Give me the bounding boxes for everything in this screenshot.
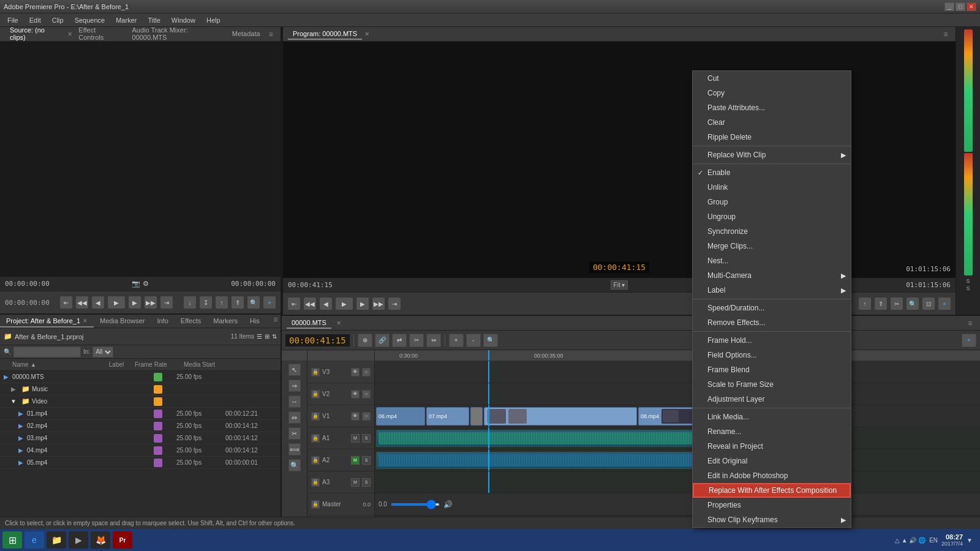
track-lock-a2[interactable]: 🔒: [311, 456, 320, 465]
source-zoom[interactable]: 🔍: [247, 296, 260, 309]
search-in-select[interactable]: All: [92, 347, 113, 358]
minimize-button[interactable]: _: [944, 2, 954, 11]
track-lock-v2[interactable]: 🔒: [311, 390, 320, 399]
ctx-multi-camera[interactable]: Multi-Camera ▶: [693, 268, 851, 283]
explorer-taskbar[interactable]: 📁: [47, 531, 66, 549]
clip-08mp4[interactable]: 08.mp4: [638, 407, 699, 425]
ctx-synchronize[interactable]: Synchronize: [693, 224, 851, 239]
track-lock-master[interactable]: 🔒: [311, 500, 320, 509]
tab-source[interactable]: Source: (no clips): [5, 25, 65, 43]
source-add-plus[interactable]: +: [263, 296, 276, 309]
tab-timeline[interactable]: 00000.MTS: [287, 318, 331, 329]
tab-effect-controls[interactable]: Effect Controls: [74, 25, 126, 43]
list-item[interactable]: ▼ 📁 Video: [0, 395, 281, 408]
list-item[interactable]: ▶ 05.mp4 25.00 fps 00:00:00:01: [0, 457, 281, 469]
tab-project-close[interactable]: ✕: [83, 318, 88, 324]
ctx-rename[interactable]: Rename...: [693, 424, 851, 439]
list-item[interactable]: ▶ 04.mp4 25.00 fps 00:00:14:12: [0, 444, 281, 457]
project-search-input[interactable]: [13, 347, 81, 358]
menu-marker[interactable]: Marker: [111, 15, 141, 25]
prog-trim-monitor[interactable]: ✂: [891, 298, 903, 310]
tl-link[interactable]: 🔗: [375, 334, 390, 347]
ctx-cut[interactable]: Cut: [693, 71, 851, 86]
clip-07mp4[interactable]: 07.mp4: [426, 407, 469, 425]
source-mark-in[interactable]: ⇤: [60, 296, 72, 309]
track-lock-v1[interactable]: 🔒: [311, 412, 320, 421]
track-sync-v3[interactable]: ○: [362, 368, 371, 377]
prog-mark-out[interactable]: ⇥: [388, 298, 401, 310]
firefox-taskbar[interactable]: 🦊: [91, 531, 110, 549]
start-button[interactable]: ⊞: [2, 531, 22, 549]
menu-edit[interactable]: Edit: [24, 15, 46, 25]
source-mark-out[interactable]: ⇥: [160, 296, 173, 309]
prog-play-next[interactable]: ▶▶: [372, 298, 385, 310]
source-play-next[interactable]: ▶▶: [145, 296, 157, 309]
audio-clip-a2[interactable]: [376, 452, 699, 469]
ctx-speed-duration[interactable]: Speed/Duration...: [693, 301, 851, 315]
track-eye-v2[interactable]: 👁: [351, 390, 360, 399]
prog-play-prev[interactable]: ◀◀: [304, 298, 316, 310]
tl-zoom-icon[interactable]: 🔍: [483, 334, 498, 347]
ie-taskbar[interactable]: e: [24, 531, 44, 549]
prog-zoom[interactable]: 🔍: [907, 298, 919, 310]
menu-sequence[interactable]: Sequence: [70, 15, 110, 25]
ctx-reveal-project[interactable]: Reveal in Project: [693, 439, 851, 454]
tl-slip[interactable]: ⇔: [426, 334, 441, 347]
source-step-back[interactable]: ◀: [92, 296, 104, 309]
track-sync-v2[interactable]: ○: [362, 390, 371, 399]
source-overwrite[interactable]: ↧: [200, 296, 212, 309]
track-m-a3[interactable]: M: [351, 478, 360, 487]
tray-hide[interactable]: ▼: [967, 537, 973, 544]
source-play-prev[interactable]: ◀◀: [76, 296, 88, 309]
list-item[interactable]: ▶ 02.mp4 25.00 fps 00:00:14:12: [0, 420, 281, 432]
source-lift[interactable]: ↑: [216, 296, 228, 309]
tab-project[interactable]: Project: After & Before_1 ✕: [0, 315, 94, 328]
timeline-timecode[interactable]: 00:00:41:15: [285, 334, 350, 347]
list-item[interactable]: ▶ 01.mp4 25.00 fps 00:00:12:21: [0, 408, 281, 420]
tc-fit-label[interactable]: Fit ▾: [611, 280, 628, 290]
tab-timeline-close[interactable]: ✕: [336, 320, 341, 326]
prog-lift[interactable]: ↑: [859, 298, 871, 310]
prog-extract[interactable]: ⇑: [875, 298, 887, 310]
ctx-remove-effects[interactable]: Remove Effects...: [693, 315, 851, 330]
tab-metadata[interactable]: Metadata: [227, 29, 265, 40]
tl-zoom-in[interactable]: +: [449, 334, 464, 347]
ctx-show-keyframes[interactable]: Show Clip Keyframes ▶: [693, 512, 851, 527]
track-lock-v3[interactable]: 🔒: [311, 368, 320, 377]
tl-snap[interactable]: ⊕: [358, 334, 372, 347]
ctx-replace-ae[interactable]: Replace With After Effects Composition: [693, 483, 851, 498]
tl-zoom-out[interactable]: -: [466, 334, 481, 347]
clip-small[interactable]: [470, 407, 483, 425]
ctx-ripple-delete[interactable]: Ripple Delete: [693, 130, 851, 144]
list-item[interactable]: ▶ 📁 Music: [0, 383, 281, 395]
premiere-taskbar[interactable]: Pr: [113, 531, 132, 549]
timeline-playhead[interactable]: [488, 350, 489, 361]
ctx-adjustment-layer[interactable]: Adjustment Layer: [693, 392, 851, 407]
maximize-button[interactable]: □: [956, 2, 965, 11]
list-item[interactable]: ▶ 03.mp4 25.00 fps 00:00:14:12: [0, 432, 281, 444]
prog-step-back[interactable]: ◀: [320, 298, 332, 310]
ctx-clear[interactable]: Clear: [693, 115, 851, 130]
ctx-edit-photoshop[interactable]: Edit in Adobe Photoshop: [693, 468, 851, 483]
ctx-frame-blend[interactable]: Frame Blend: [693, 362, 851, 377]
ctx-merge-clips[interactable]: Merge Clips...: [693, 239, 851, 253]
source-insert[interactable]: ↓: [184, 296, 196, 309]
tab-info[interactable]: Info: [151, 315, 174, 328]
selection-tool[interactable]: ↖: [288, 364, 301, 376]
prog-mark-in[interactable]: ⇤: [288, 298, 300, 310]
sort-icon[interactable]: ⇅: [272, 333, 277, 340]
view-grid-icon[interactable]: ⊞: [265, 333, 270, 340]
close-button[interactable]: ✕: [967, 2, 976, 11]
ctx-unlink[interactable]: Unlink: [693, 180, 851, 195]
tl-add-track[interactable]: +: [962, 334, 976, 347]
tab-source-close[interactable]: ✕: [67, 31, 72, 37]
razor-tool[interactable]: ✂: [288, 427, 301, 440]
tab-audio-mixer[interactable]: Audio Track Mixer: 00000.MTS: [127, 25, 226, 43]
track-s-a2[interactable]: S: [362, 456, 371, 465]
prog-play[interactable]: ▶: [336, 298, 353, 310]
ctx-frame-hold[interactable]: Frame Hold...: [693, 333, 851, 348]
track-s-a1[interactable]: S: [362, 434, 371, 443]
ctx-replace-clip[interactable]: Replace With Clip ▶: [693, 148, 851, 162]
master-vol-slider[interactable]: [391, 503, 440, 506]
track-s-a3[interactable]: S: [362, 478, 371, 487]
